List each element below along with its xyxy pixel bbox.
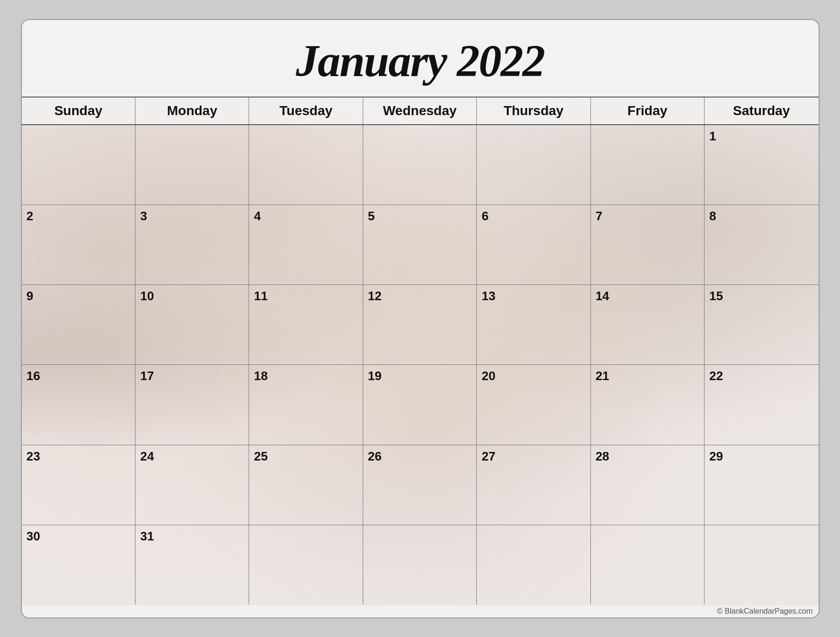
day-cell xyxy=(477,125,590,205)
day-number: 8 xyxy=(709,209,813,224)
day-cell xyxy=(363,125,477,205)
day-cell xyxy=(22,125,135,205)
day-header-tuesday: Tuesday xyxy=(249,98,363,124)
day-number: 2 xyxy=(27,209,130,224)
calendar-header: January 2022 xyxy=(22,20,819,98)
day-number: 1 xyxy=(709,129,813,144)
day-number: 5 xyxy=(368,209,472,224)
day-number: 27 xyxy=(482,449,585,464)
day-cell: 1 xyxy=(705,125,818,205)
day-cell: 13 xyxy=(477,285,590,364)
day-number: 20 xyxy=(482,369,585,383)
day-cell: 22 xyxy=(705,365,818,444)
day-number: 22 xyxy=(709,369,813,383)
day-number: 15 xyxy=(709,289,813,304)
week-row-3: 9101112131415 xyxy=(22,285,819,365)
day-cell: 12 xyxy=(363,285,477,364)
calendar-grid: SundayMondayTuesdayWednesdayThursdayFrid… xyxy=(22,98,819,617)
day-cell: 23 xyxy=(22,445,135,525)
day-cell xyxy=(477,525,590,605)
day-header-thursday: Thursday xyxy=(477,98,590,124)
week-row-6: 3031 xyxy=(22,525,819,605)
week-row-5: 23242526272829 xyxy=(22,445,819,525)
day-number: 17 xyxy=(140,369,244,383)
day-cell xyxy=(249,525,363,605)
day-cell xyxy=(135,125,249,205)
day-header-sunday: Sunday xyxy=(22,98,135,124)
day-number: 3 xyxy=(140,209,244,224)
day-number: 25 xyxy=(254,449,357,464)
day-number: 9 xyxy=(27,289,130,304)
day-number: 23 xyxy=(27,449,130,464)
day-number: 14 xyxy=(596,289,699,304)
day-cell: 25 xyxy=(249,445,363,525)
day-cell: 18 xyxy=(249,365,363,444)
day-number: 18 xyxy=(254,369,357,383)
day-number: 4 xyxy=(254,209,357,224)
day-number: 10 xyxy=(140,289,244,304)
day-number: 19 xyxy=(368,369,472,383)
day-cell: 10 xyxy=(135,285,249,364)
day-cell: 14 xyxy=(591,285,705,364)
day-cell: 16 xyxy=(22,365,135,444)
day-header-saturday: Saturday xyxy=(705,98,818,124)
calendar-container: January 2022 SundayMondayTuesdayWednesda… xyxy=(21,19,820,618)
calendar-title: January 2022 xyxy=(31,34,809,87)
day-cell: 8 xyxy=(705,205,818,284)
day-number: 28 xyxy=(596,449,699,464)
day-cell: 26 xyxy=(363,445,477,525)
day-number: 29 xyxy=(709,449,813,464)
day-number: 6 xyxy=(482,209,585,224)
day-number: 7 xyxy=(596,209,699,224)
day-number: 24 xyxy=(140,449,244,464)
day-cell: 24 xyxy=(135,445,249,525)
day-cell: 11 xyxy=(249,285,363,364)
day-cell: 19 xyxy=(363,365,477,444)
day-number: 30 xyxy=(27,529,130,544)
day-cell xyxy=(363,525,477,605)
day-cell: 20 xyxy=(477,365,590,444)
day-cell: 5 xyxy=(363,205,477,284)
day-number: 16 xyxy=(27,369,130,383)
day-number: 31 xyxy=(140,529,244,544)
day-header-wednesday: Wednesday xyxy=(363,98,477,124)
day-number: 13 xyxy=(482,289,585,304)
day-number: 26 xyxy=(368,449,472,464)
day-cell: 6 xyxy=(477,205,590,284)
day-number: 12 xyxy=(368,289,472,304)
day-cell: 29 xyxy=(705,445,818,525)
day-cell: 9 xyxy=(22,285,135,364)
day-cell: 15 xyxy=(705,285,818,364)
day-headers: SundayMondayTuesdayWednesdayThursdayFrid… xyxy=(22,98,819,125)
day-cell: 21 xyxy=(591,365,705,444)
day-number: 21 xyxy=(596,369,699,383)
day-cell: 28 xyxy=(591,445,705,525)
day-cell: 30 xyxy=(22,525,135,605)
day-number: 11 xyxy=(254,289,357,304)
week-row-2: 2345678 xyxy=(22,205,819,285)
copyright: © BlankCalendarPages.com xyxy=(22,605,819,617)
day-cell: 17 xyxy=(135,365,249,444)
day-cell: 27 xyxy=(477,445,590,525)
day-cell xyxy=(591,125,705,205)
day-cell: 7 xyxy=(591,205,705,284)
week-row-4: 16171819202122 xyxy=(22,365,819,445)
day-cell: 3 xyxy=(135,205,249,284)
day-cell: 4 xyxy=(249,205,363,284)
day-cell: 31 xyxy=(135,525,249,605)
week-row-1: 1 xyxy=(22,125,819,205)
day-cell xyxy=(591,525,705,605)
day-header-monday: Monday xyxy=(135,98,249,124)
day-cell xyxy=(249,125,363,205)
day-cell: 2 xyxy=(22,205,135,284)
weeks-container: 1234567891011121314151617181920212223242… xyxy=(22,125,819,605)
day-cell xyxy=(705,525,818,605)
day-header-friday: Friday xyxy=(591,98,705,124)
